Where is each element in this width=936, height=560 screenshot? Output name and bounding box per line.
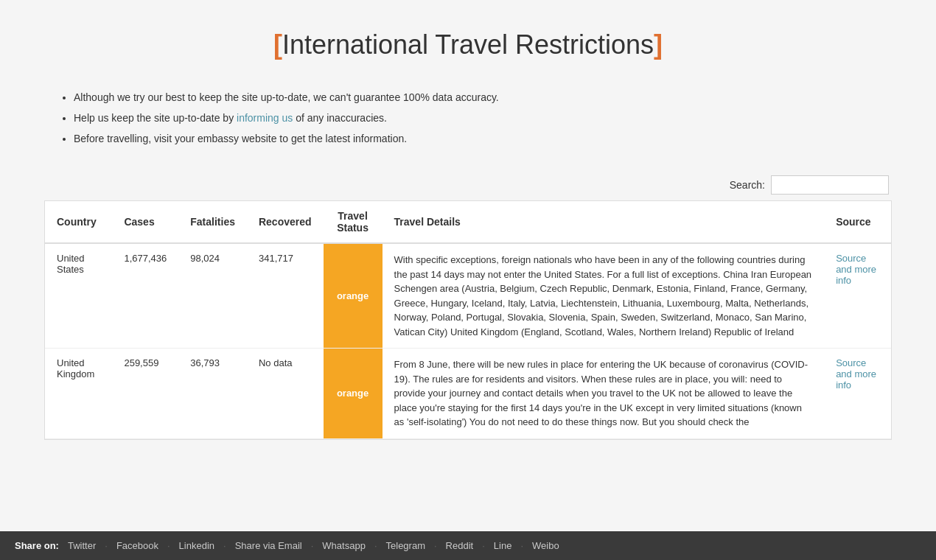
page-title: [International Travel Restrictions] xyxy=(44,29,892,60)
recovered-cell: No data xyxy=(247,349,324,439)
title-area: [International Travel Restrictions] xyxy=(44,29,892,60)
recovered-cell: 341,717 xyxy=(247,243,324,349)
cases-cell: 259,559 xyxy=(112,349,178,439)
source-cell: Source and more info xyxy=(824,243,891,349)
fatalities-cell: 36,793 xyxy=(178,349,247,439)
informing-us-link[interactable]: informing us xyxy=(237,112,293,124)
source-link[interactable]: Source and more info xyxy=(836,357,876,391)
info-list: Although we try our best to keep the sit… xyxy=(44,87,892,149)
travel-details-cell: With specific exceptions, foreign nation… xyxy=(383,243,825,349)
travel-details-cell: From 8 June, there will be new rules in … xyxy=(383,349,825,439)
table-wrapper: Country Cases Fatalities Recovered Trave… xyxy=(44,200,892,440)
cases-cell: 1,677,436 xyxy=(112,243,178,349)
table-row: United States 1,677,436 98,024 341,717 o… xyxy=(45,243,891,349)
bracket-right: ] xyxy=(654,29,663,60)
country-cell: United States xyxy=(45,243,112,349)
search-row: Search: xyxy=(44,175,892,195)
info-bullet-1: Although we try our best to keep the sit… xyxy=(74,87,892,108)
source-header: Source xyxy=(824,201,891,243)
travel-status-header: Travel Status xyxy=(324,201,383,243)
travel-status-cell: orange xyxy=(324,243,383,349)
search-label: Search: xyxy=(730,179,765,191)
cases-header: Cases xyxy=(112,201,178,243)
fatalities-header: Fatalities xyxy=(178,201,247,243)
travel-details-header: Travel Details xyxy=(383,201,825,243)
source-link[interactable]: Source and more info xyxy=(836,253,876,286)
info-bullet-2: Help us keep the site up-to-date by info… xyxy=(74,108,892,128)
country-cell: United Kingdom xyxy=(45,349,112,439)
source-cell: Source and more info xyxy=(824,349,891,439)
recovered-header: Recovered xyxy=(247,201,324,243)
table-header-row: Country Cases Fatalities Recovered Trave… xyxy=(45,201,891,243)
country-header: Country xyxy=(45,201,112,243)
bracket-left: [ xyxy=(273,29,282,60)
search-input[interactable] xyxy=(771,175,889,195)
restrictions-table: Country Cases Fatalities Recovered Trave… xyxy=(45,201,891,439)
table-row: United Kingdom 259,559 36,793 No data or… xyxy=(45,349,891,439)
travel-status-cell: orange xyxy=(324,349,383,439)
fatalities-cell: 98,024 xyxy=(178,243,247,349)
info-bullet-3: Before travelling, visit your embassy we… xyxy=(74,128,892,149)
